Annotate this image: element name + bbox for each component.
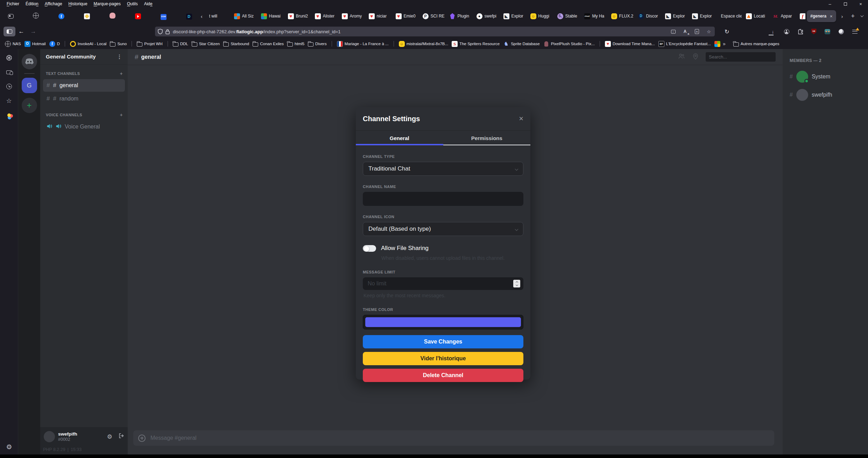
bookmark-star-button[interactable]: ☆: [706, 28, 712, 35]
menu-affichage[interactable]: Affichage: [42, 1, 65, 7]
logout-icon[interactable]: [118, 433, 124, 440]
search-input[interactable]: [706, 52, 776, 62]
browser-tab[interactable]: ♥Aromy: [340, 10, 367, 22]
back-button[interactable]: ←: [15, 28, 27, 35]
menu-historique[interactable]: Historique: [65, 1, 91, 7]
browser-tab[interactable]: SLAppar: [771, 10, 798, 22]
user-avatar[interactable]: [44, 431, 55, 442]
channel-name-input[interactable]: [363, 192, 523, 206]
number-spinner[interactable]: [513, 280, 520, 287]
browser-tab[interactable]: ♥Alister: [313, 10, 340, 22]
channel-random[interactable]: ##random: [43, 92, 125, 105]
extensions-button[interactable]: [797, 28, 804, 35]
tab-general[interactable]: General: [356, 131, 443, 145]
menu-outils[interactable]: Outils: [124, 1, 141, 7]
sphere-extension-button[interactable]: [838, 28, 845, 35]
downloads-button[interactable]: ↓: [769, 28, 776, 35]
delete-channel-button[interactable]: Delete Channel: [363, 369, 523, 382]
attach-plus-icon[interactable]: [138, 435, 146, 442]
url-bar[interactable]: discord-like-php-chat-7262.dev.flatlogic…: [155, 27, 715, 36]
minimize-button[interactable]: –: [827, 1, 833, 7]
pinned-messages-icon[interactable]: [692, 53, 699, 62]
bookmark-item[interactable]: html5: [287, 41, 304, 47]
history-icon[interactable]: [5, 83, 13, 90]
reader-mode-button[interactable]: A: [694, 28, 700, 35]
bookmark-item[interactable]: Projet WH: [137, 41, 162, 47]
server-menu-icon[interactable]: ⋮: [117, 54, 122, 60]
pinned-tab-facebook[interactable]: f: [58, 13, 64, 20]
bookmark-item[interactable]: Starbound: [223, 41, 249, 47]
bookmark-item[interactable]: DDL: [173, 41, 188, 47]
bookmark-item[interactable]: fD: [49, 41, 60, 47]
member-row[interactable]: #System: [790, 71, 868, 83]
members-toggle-icon[interactable]: [678, 53, 685, 62]
theme-color-picker[interactable]: [363, 315, 523, 329]
browser-tab[interactable]: ◣Explor: [663, 10, 690, 22]
browser-tab[interactable]: ♥niciar: [367, 10, 394, 22]
browser-tab[interactable]: Espace clie: [717, 10, 744, 22]
pinned-tab-diamond[interactable]: [84, 13, 90, 19]
message-limit-input[interactable]: [363, 277, 523, 290]
chatgpt-sidebar-icon[interactable]: [5, 54, 13, 62]
sidebar-settings-gear-icon[interactable]: ⚙: [0, 443, 18, 451]
synced-tabs-icon[interactable]: [5, 68, 13, 76]
bookmark-item[interactable]: OHotmail: [24, 41, 46, 47]
browser-tab[interactable]: ♥Bruni2: [286, 10, 313, 22]
add-voice-channel-button[interactable]: +: [120, 112, 123, 118]
browser-tab[interactable]: S,Stable: [555, 10, 582, 22]
browser-tab[interactable]: Locati: [744, 10, 771, 22]
close-button[interactable]: ×: [858, 1, 864, 7]
tab-permissions[interactable]: Permissions: [443, 131, 531, 145]
bookmarks-sidebar-icon[interactable]: ☆: [5, 97, 13, 105]
voice-channel-voice-general[interactable]: Voice General: [43, 120, 125, 133]
server-tile-general-community[interactable]: G: [22, 78, 37, 93]
browser-tab[interactable]: ◣Explor: [690, 10, 717, 22]
active-tab[interactable]: #genera ×: [807, 10, 836, 22]
new-tab-button[interactable]: +: [849, 13, 857, 20]
save-changes-button[interactable]: Save Changes: [363, 335, 523, 348]
browser-tab[interactable]: PSCI RE: [421, 10, 447, 22]
browser-tab[interactable]: ●swefpi: [474, 10, 501, 22]
save-page-button[interactable]: ↓: [670, 28, 676, 35]
browser-tab[interactable]: cloudMy Ha: [582, 10, 609, 22]
modal-close-icon[interactable]: ×: [519, 115, 523, 123]
bookmark-item[interactable]: ♞Sprite Database: [503, 41, 539, 47]
channel-icon-select[interactable]: Default (Based on type): [363, 222, 523, 236]
maximize-button[interactable]: [842, 1, 848, 7]
pinned-tab-sprite[interactable]: [110, 13, 115, 20]
bookmark-item[interactable]: Mariage - La France à ...: [337, 41, 389, 47]
firefox-view-button[interactable]: [6, 11, 15, 21]
menu-fichier[interactable]: Fichier: [3, 1, 22, 7]
account-button[interactable]: [783, 28, 790, 35]
pinned-tab-globe[interactable]: [33, 13, 39, 20]
home-button[interactable]: [22, 54, 37, 69]
bookmarks-overflow-button[interactable]: »: [723, 41, 726, 47]
pinned-tab-deviantart[interactable]: D: [186, 13, 192, 20]
bookmark-item[interactable]: SThe Spriters Resource: [452, 41, 500, 47]
member-row[interactable]: #swefpifh: [790, 89, 868, 101]
channel-general[interactable]: ##general: [43, 79, 125, 92]
scroll-tabs-right-button[interactable]: ›: [839, 13, 846, 19]
sidebar-toggle-button[interactable]: [3, 27, 15, 36]
browser-tab[interactable]: fFree :: [798, 10, 805, 22]
pinned-tab-dsm[interactable]: DSM: [161, 12, 167, 20]
add-server-button[interactable]: +: [22, 98, 37, 113]
add-text-channel-button[interactable]: +: [120, 71, 123, 76]
bookmark-item[interactable]: Suno: [110, 41, 127, 47]
channel-type-select[interactable]: Traditional Chat: [363, 162, 523, 176]
file-sharing-toggle[interactable]: [363, 245, 376, 252]
bookmark-item[interactable]: ☺mistralai/Mixtral-8x7B...: [399, 41, 449, 47]
bookmark-item[interactable]: Divers: [308, 41, 327, 47]
list-tabs-button[interactable]: [860, 14, 863, 17]
browser-tab[interactable]: ◣Explor: [501, 10, 528, 22]
bookmark-item[interactable]: Star Citizen: [192, 41, 220, 47]
bookmark-item[interactable]: La connexion Wifi et E...: [714, 41, 721, 47]
tab-close-icon[interactable]: ×: [830, 14, 833, 19]
menu-aide[interactable]: Aide: [141, 1, 156, 7]
browser-tab[interactable]: Hawai: [259, 10, 286, 22]
bookmark-item[interactable]: ♥Download Time Mana...: [605, 41, 655, 47]
robot-extension-button[interactable]: [824, 28, 831, 35]
browser-tab[interactable]: DDiscor: [636, 10, 663, 22]
bookmark-item[interactable]: NAS: [5, 41, 21, 47]
containers-icon[interactable]: [5, 111, 13, 119]
